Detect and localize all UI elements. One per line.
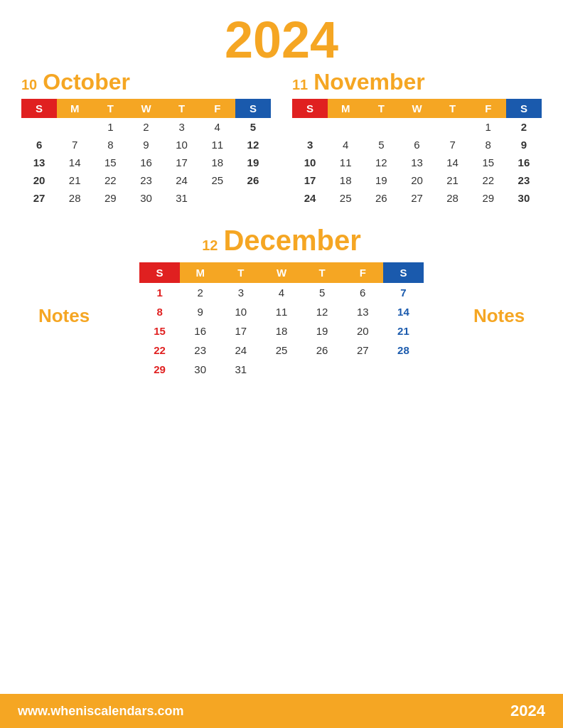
table-row (328, 118, 363, 136)
table-row: 11 (328, 154, 363, 171)
table-row: 10 (220, 302, 261, 321)
table-row: 28 (435, 189, 471, 207)
table-row: 2 (506, 118, 542, 136)
footer-url: www.wheniscalendars.com (18, 704, 183, 719)
table-row: 15 (139, 321, 180, 341)
december-wrapper: Notes S M T W T F S (21, 262, 542, 379)
table-row: 12 (235, 136, 271, 154)
table-row: 26 (302, 341, 343, 360)
table-row: 7 (383, 283, 424, 302)
table-row (343, 360, 383, 379)
table-row: 4 (200, 118, 235, 136)
table-row: 16 (180, 321, 220, 341)
table-row: 27 (343, 341, 383, 360)
oct-header-tue: T (92, 99, 128, 118)
november-calendar: S M T W T F S 12345678910111213141516171… (292, 99, 542, 207)
table-row: 25 (328, 189, 363, 207)
table-row (302, 360, 343, 379)
table-row: 16 (506, 154, 542, 171)
table-row: 3 (164, 118, 200, 136)
table-row: 14 (435, 154, 471, 171)
dec-header-fri: F (343, 262, 383, 283)
table-row: 30 (180, 360, 220, 379)
table-row: 21 (435, 171, 471, 189)
table-row: 3 (292, 136, 328, 154)
table-row: 8 (92, 136, 128, 154)
october-title-row: 10 October (21, 69, 271, 95)
table-row: 23 (180, 341, 220, 360)
october-number: 10 (21, 77, 37, 93)
table-row: 9 (128, 136, 163, 154)
table-row: 18 (328, 171, 363, 189)
table-row: 28 (383, 341, 424, 360)
table-row: 24 (292, 189, 328, 207)
table-row: 16 (128, 154, 163, 171)
table-row: 18 (261, 321, 301, 341)
table-row: 22 (471, 171, 506, 189)
table-row: 15 (471, 154, 506, 171)
table-row: 6 (21, 136, 57, 154)
table-row (292, 118, 328, 136)
november-section: 11 November S M T W T F S 12345678910 (292, 69, 542, 207)
table-row: 22 (139, 341, 180, 360)
table-row: 29 (92, 189, 128, 207)
table-row (399, 118, 434, 136)
table-row: 7 (57, 136, 92, 154)
oct-header-sun: S (21, 99, 57, 118)
table-row: 1 (471, 118, 506, 136)
dec-header-sat: S (383, 262, 424, 283)
notes-left: Notes (21, 262, 107, 327)
table-row: 8 (471, 136, 506, 154)
table-row: 27 (21, 189, 57, 207)
dec-header-tue: T (220, 262, 261, 283)
table-row: 12 (363, 154, 399, 171)
oct-header-fri: F (200, 99, 235, 118)
table-row: 5 (302, 283, 343, 302)
table-row: 9 (506, 136, 542, 154)
table-row (57, 118, 92, 136)
table-row: 18 (200, 154, 235, 171)
table-row: 15 (92, 154, 128, 171)
table-row: 3 (220, 283, 261, 302)
nov-header-thu: T (435, 99, 471, 118)
table-row: 1 (139, 283, 180, 302)
table-row: 11 (261, 302, 301, 321)
table-row: 19 (363, 171, 399, 189)
table-row: 26 (363, 189, 399, 207)
table-row (21, 118, 57, 136)
november-number: 11 (292, 77, 308, 93)
oct-header-thu: T (164, 99, 200, 118)
page-container: 2024 10 October S M T W T F S (0, 0, 563, 728)
table-row (261, 360, 301, 379)
table-row: 19 (235, 154, 271, 171)
nov-header-wed: W (399, 99, 434, 118)
table-row: 11 (200, 136, 235, 154)
nov-header-fri: F (471, 99, 506, 118)
december-name: December (223, 225, 360, 257)
table-row: 7 (435, 136, 471, 154)
oct-header-mon: M (57, 99, 92, 118)
dec-header-mon: M (180, 262, 220, 283)
footer-year: 2024 (510, 702, 545, 720)
table-row: 30 (506, 189, 542, 207)
dec-header-sun: S (139, 262, 180, 283)
table-row: 20 (343, 321, 383, 341)
table-row: 24 (220, 341, 261, 360)
table-row: 4 (328, 136, 363, 154)
dec-header-thu: T (302, 262, 343, 283)
october-name: October (43, 69, 130, 95)
table-row: 29 (471, 189, 506, 207)
table-row: 27 (399, 189, 434, 207)
table-row: 1 (92, 118, 128, 136)
top-months: 10 October S M T W T F S 123456789101 (21, 69, 542, 207)
table-row: 28 (57, 189, 92, 207)
table-row: 23 (128, 171, 163, 189)
table-row (200, 189, 235, 207)
november-name: November (313, 69, 425, 95)
table-row: 29 (139, 360, 180, 379)
table-row (383, 360, 424, 379)
table-row (435, 118, 471, 136)
table-row: 17 (220, 321, 261, 341)
table-row: 14 (57, 154, 92, 171)
oct-header-sat: S (235, 99, 271, 118)
